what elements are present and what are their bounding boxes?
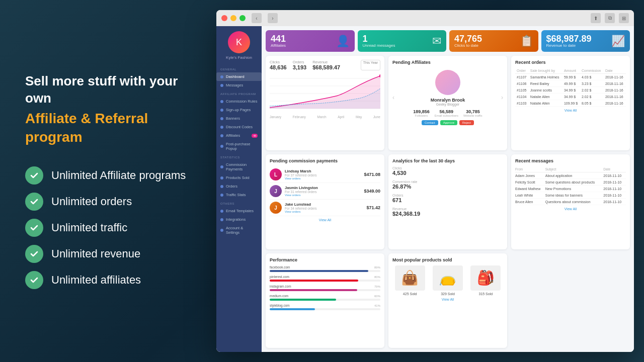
sidebar-item-commission-payments[interactable]: Commission Payments (216, 160, 262, 173)
post-purchase-label: Post-purchase Popup (226, 142, 258, 151)
analytics-label: Clicks (392, 166, 503, 170)
sidebar-item-signup-pages[interactable]: Sign-up Pages (216, 106, 262, 114)
headline-text: Sell more stuff with your own (25, 73, 178, 106)
msg-date: 2018-11-10 (603, 187, 626, 191)
sidebar-item-email-templates[interactable]: Email Templates (216, 207, 262, 215)
sidebar-toggle-icon[interactable]: ⊞ (619, 13, 629, 23)
feature-text: Unlimited affiliates (51, 274, 141, 287)
reject-button[interactable]: Reject (459, 120, 474, 125)
affiliate-label: AFFILIATE PROGRAM (216, 89, 262, 97)
sidebar: K Kyle's Fashion GENERAL Dashboard Messa… (216, 26, 262, 352)
sidebar-item-affiliates[interactable]: Affiliates 48 (216, 131, 262, 140)
forward-button[interactable]: › (268, 13, 278, 23)
feature-item: Unlimited revenue (25, 245, 191, 263)
maximize-button[interactable] (239, 15, 246, 21)
stat-affiliates: 441 Affiliates 👤 (266, 30, 355, 52)
messages-label: Messages (226, 83, 243, 87)
products-view-all[interactable]: View All (392, 298, 503, 301)
sidebar-item-orders[interactable]: Orders (216, 182, 262, 191)
month-may: May (356, 115, 362, 119)
view-orders-link[interactable]: View orders (285, 177, 361, 180)
share-icon[interactable]: ⬆ (591, 13, 601, 23)
feature-text: Unlimited traffic (51, 221, 127, 234)
products-sold-label: Products Sold (226, 175, 250, 180)
message-row: Bruce Allen Questions about commission 2… (515, 199, 626, 205)
clicks-icon: 📋 (520, 35, 533, 48)
main-content: 441 Affiliates 👤 1 Unread messages ✉ 47,… (262, 26, 634, 352)
account-settings-label: Account & Settings (226, 226, 258, 235)
sidebar-item-commission-rules[interactable]: Commission Rules (216, 97, 262, 106)
analytics-label: Revenue (392, 207, 503, 211)
msg-subject: Questions about commission (545, 200, 602, 204)
perf-bar-bg (270, 270, 380, 272)
carousel-next[interactable]: › (501, 94, 503, 101)
sidebar-item-banners[interactable]: Banners (216, 114, 262, 123)
sidebar-item-dashboard[interactable]: Dashboard (216, 72, 262, 81)
website-traffic-label: Website traffic (463, 114, 482, 117)
commission-avatar: J (270, 185, 282, 197)
analytics-title: Analytics for the last 30 days (392, 158, 503, 163)
messages-label: Unread messages (363, 43, 395, 48)
revenue-label: Revenue to date (546, 43, 592, 48)
approve-button[interactable]: Approve (440, 120, 457, 125)
table-row: #1107Samantha Holmes59.99 $4.03 $2018-11… (515, 74, 626, 80)
period-select[interactable]: This Year (361, 60, 380, 70)
placeholder-cell (511, 253, 630, 348)
close-button[interactable] (221, 15, 227, 21)
msg-date: 2018-11-10 (603, 180, 626, 184)
feature-item: Unlimited traffic (25, 219, 191, 237)
carousel-prev[interactable]: ‹ (392, 94, 394, 101)
analytics-card: Analytics for the last 30 days Clicks 4,… (388, 154, 507, 249)
minimize-button[interactable] (230, 15, 236, 21)
msg-subject: Some questions about products (545, 180, 602, 184)
table-row: #1104Natalie Allen34.99 $2.02 $2018-11-1… (515, 94, 626, 100)
sidebar-item-account-settings[interactable]: Account & Settings (216, 224, 262, 237)
perf-label: medium.com (270, 294, 288, 298)
sidebar-item-discount-codes[interactable]: Discount Codes (216, 123, 262, 131)
commissions-view-all[interactable]: View All (270, 218, 380, 222)
commission-sub: For 31 referred orders (285, 190, 361, 194)
app-title: Kyle's Fashion (226, 55, 252, 60)
orders-view-all[interactable]: View All (515, 109, 626, 112)
view-orders-link[interactable]: View orders (285, 210, 363, 213)
clicks-meta: Clicks 48,636 (270, 60, 287, 70)
recent-orders-card: Recent orders Order Sale brought by Amou… (511, 56, 630, 150)
product-item: 👜 425 Sold (392, 265, 427, 296)
check-icon (25, 271, 43, 289)
perf-pct: 89% (374, 266, 380, 269)
affiliates-icon (220, 134, 223, 137)
sidebar-item-integrations[interactable]: Integrations (216, 215, 262, 224)
popular-products-card: Most popular products sold 👜 425 Sold 👝 … (388, 253, 507, 348)
duplicate-icon[interactable]: ⧉ (605, 13, 615, 23)
messages-view-all[interactable]: View All (515, 207, 626, 211)
performance-list: facebook.com 89% pinterest.com 80% insta… (270, 265, 380, 310)
affiliates-icon: 👤 (336, 35, 350, 48)
analytics-item: Orders 671 (392, 194, 503, 203)
check-icon (25, 193, 43, 211)
perf-pct: 60% (374, 295, 380, 298)
commission-amount: $471.08 (364, 172, 380, 177)
sidebar-item-messages[interactable]: Messages (216, 81, 262, 89)
performance-item: instagram.com 79% (270, 285, 380, 291)
sidebar-item-traffic-stats[interactable]: Traffic Stats (216, 191, 262, 199)
table-row: #1106Reed Bailey49.99 $3.23 $2018-11-16 (515, 80, 626, 87)
back-button[interactable]: ‹ (252, 13, 262, 23)
followers-label: Followers (413, 114, 430, 117)
contact-button[interactable]: Contact (422, 120, 438, 125)
col-amount: Amount (562, 68, 580, 74)
commission-payments-title: Pending commission payments (270, 158, 380, 163)
month-jan: January (270, 115, 281, 119)
view-orders-link[interactable]: View orders (285, 194, 361, 197)
commission-list: L Lindsay Marsh For 37 referred orders V… (270, 166, 380, 216)
orders-label: Orders (226, 184, 237, 189)
sidebar-item-post-purchase[interactable]: Post-purchase Popup (216, 140, 262, 153)
content-grid-row3: Performance facebook.com 89% pinterest.c… (266, 253, 630, 348)
perf-bar-bg (270, 299, 380, 301)
headline: Sell more stuff with your own (25, 73, 191, 107)
feature-text: Unlimited orders (51, 195, 132, 208)
product-image: 👜 (395, 265, 425, 291)
messages-icon: ✉ (432, 35, 441, 48)
commission-info: Jasmin Livingston For 31 referred orders… (285, 186, 361, 197)
sidebar-item-products-sold[interactable]: Products Sold (216, 173, 262, 182)
content-grid-row1: Clicks 48,636 Orders 3,193 Revenue $68,5… (266, 56, 630, 150)
